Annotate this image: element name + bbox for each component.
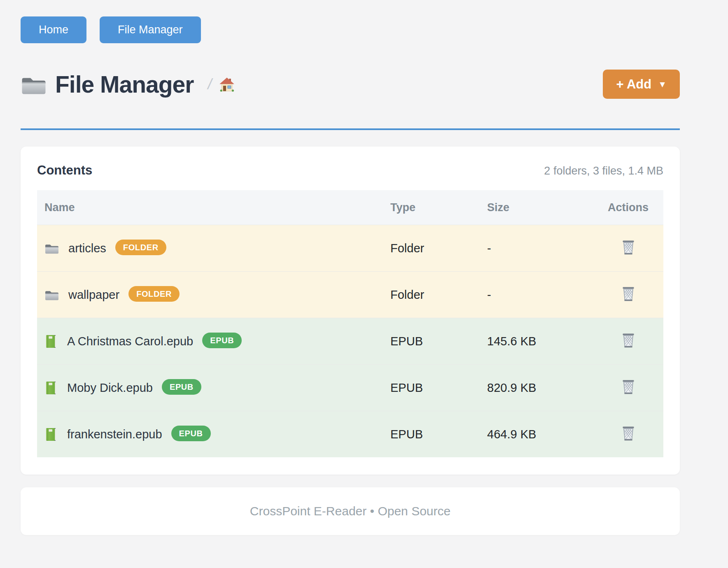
folder-badge: FOLDER <box>128 286 180 302</box>
table-header-row: Name Type Size Actions <box>37 190 663 225</box>
delete-button[interactable] <box>619 238 638 259</box>
home-button[interactable]: Home <box>21 16 86 43</box>
breadcrumb: / <box>208 76 236 93</box>
item-type: EPUB <box>379 381 476 395</box>
item-name[interactable]: frankenstein.epub <box>67 428 162 441</box>
trash-icon <box>621 426 636 442</box>
column-header-actions: Actions <box>593 201 663 214</box>
table-row: A Christmas Carol.epub EPUB EPUB 145.6 K… <box>37 318 663 364</box>
page: Home File Manager File Manager / + Add ▼… <box>21 0 680 535</box>
epub-badge: EPUB <box>202 333 242 348</box>
trash-icon <box>621 286 636 303</box>
chevron-down-icon: ▼ <box>658 80 667 88</box>
item-name[interactable]: Moby Dick.epub <box>67 381 153 395</box>
file-table: Name Type Size Actions articles FOLDER F… <box>37 190 663 457</box>
page-header: File Manager / + Add ▼ <box>21 70 680 99</box>
delete-button[interactable] <box>619 331 638 352</box>
item-size: 464.9 KB <box>476 428 593 441</box>
add-button-label: + Add <box>616 78 651 91</box>
item-type: EPUB <box>379 428 476 441</box>
table-row: frankenstein.epub EPUB EPUB 464.9 KB <box>37 411 663 457</box>
folder-badge: FOLDER <box>115 240 166 255</box>
title-divider <box>21 128 680 130</box>
folder-icon <box>44 242 59 254</box>
item-size: 145.6 KB <box>476 335 593 348</box>
green-book-icon <box>44 334 57 349</box>
table-row: articles FOLDER Folder - <box>37 225 663 271</box>
green-book-icon <box>44 381 57 395</box>
trash-icon <box>621 240 636 256</box>
add-button[interactable]: + Add ▼ <box>603 70 680 99</box>
delete-button[interactable] <box>619 424 638 445</box>
trash-icon <box>621 333 636 349</box>
item-size: - <box>476 288 593 302</box>
table-row: wallpaper FOLDER Folder - <box>37 271 663 318</box>
home-icon[interactable] <box>218 77 236 92</box>
file-manager-button[interactable]: File Manager <box>100 16 201 43</box>
item-type: EPUB <box>379 335 476 348</box>
title-group: File Manager / <box>21 71 236 98</box>
folder-icon <box>44 289 59 301</box>
folder-icon <box>21 74 47 95</box>
contents-header: Contents 2 folders, 3 files, 1.4 MB <box>37 163 663 178</box>
column-header-name: Name <box>37 201 379 214</box>
trash-icon <box>621 379 636 396</box>
page-title: File Manager <box>55 71 194 98</box>
item-type: Folder <box>379 242 476 255</box>
table-row: Moby Dick.epub EPUB EPUB 820.9 KB <box>37 364 663 411</box>
column-header-type: Type <box>379 201 476 214</box>
delete-button[interactable] <box>619 284 638 305</box>
footer-text: CrossPoint E-Reader • Open Source <box>250 504 450 518</box>
epub-badge: EPUB <box>162 379 201 395</box>
contents-summary: 2 folders, 3 files, 1.4 MB <box>544 165 663 177</box>
contents-heading: Contents <box>37 163 92 178</box>
contents-card: Contents 2 folders, 3 files, 1.4 MB Name… <box>21 147 680 475</box>
delete-button[interactable] <box>619 377 638 398</box>
item-size: 820.9 KB <box>476 381 593 395</box>
column-header-size: Size <box>476 201 593 214</box>
item-name[interactable]: A Christmas Carol.epub <box>67 335 193 348</box>
item-name[interactable]: wallpaper <box>68 288 119 302</box>
footer: CrossPoint E-Reader • Open Source <box>21 487 680 535</box>
item-name[interactable]: articles <box>68 242 106 255</box>
item-type: Folder <box>379 288 476 302</box>
green-book-icon <box>44 427 57 442</box>
top-nav: Home File Manager <box>21 16 680 43</box>
breadcrumb-separator: / <box>208 76 212 93</box>
epub-badge: EPUB <box>171 426 211 441</box>
item-size: - <box>476 242 593 255</box>
